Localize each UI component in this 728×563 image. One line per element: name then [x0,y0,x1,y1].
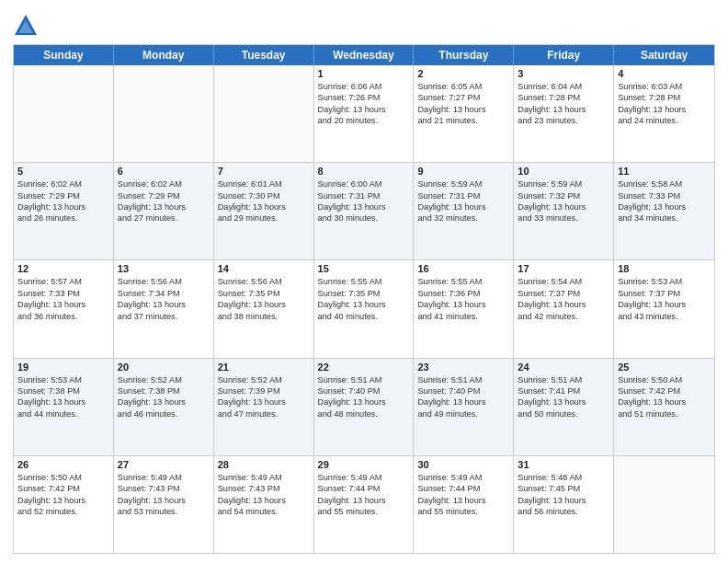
day-number: 23 [417,362,509,373]
cell-line: Sunset: 7:44 PM [318,483,410,494]
cell-line: Sunrise: 6:03 AM [618,81,711,92]
cell-line: Daylight: 13 hours [118,396,210,408]
day-number: 31 [518,459,609,470]
cell-line: Daylight: 13 hours [17,396,109,408]
day-cell-26: 26Sunrise: 5:50 AMSunset: 7:42 PMDayligh… [14,456,114,553]
day-number: 1 [318,68,410,79]
day-number: 13 [118,263,210,274]
cell-line: Sunset: 7:33 PM [17,288,109,299]
cell-line: and 41 minutes. [417,311,509,322]
cell-line: Daylight: 13 hours [618,299,711,310]
cell-line: and 50 minutes. [518,408,609,419]
day-cell-10: 10Sunrise: 5:59 AMSunset: 7:32 PMDayligh… [514,163,614,259]
day-number: 8 [318,166,410,177]
cell-line: Sunset: 7:45 PM [518,483,609,494]
empty-cell-r0c0 [14,65,114,162]
header-cell-thursday: Thursday [414,45,514,65]
cell-line: Daylight: 13 hours [218,495,310,506]
empty-cell-r0c2 [214,65,314,162]
day-number: 18 [618,263,711,274]
cell-line: and 44 minutes. [17,408,109,419]
day-number: 20 [118,362,210,373]
cell-line: and 55 minutes. [417,506,509,517]
calendar-body: 1Sunrise: 6:06 AMSunset: 7:26 PMDaylight… [14,65,714,553]
cell-line: Daylight: 13 hours [518,299,609,310]
cell-line: Sunset: 7:38 PM [17,385,109,396]
day-cell-17: 17Sunrise: 5:54 AMSunset: 7:37 PMDayligh… [514,260,614,357]
cell-line: Daylight: 13 hours [618,396,711,408]
cell-line: Daylight: 13 hours [618,201,711,213]
day-number: 7 [218,166,310,177]
cell-line: Daylight: 13 hours [218,201,310,213]
day-cell-8: 8Sunrise: 6:00 AMSunset: 7:31 PMDaylight… [314,163,415,259]
calendar-header: SundayMondayTuesdayWednesdayThursdayFrid… [14,45,714,65]
cell-line: Sunrise: 6:02 AM [17,178,109,190]
cell-line: Daylight: 13 hours [417,299,509,310]
day-cell-11: 11Sunrise: 5:58 AMSunset: 7:33 PMDayligh… [614,163,714,259]
day-number: 9 [417,166,509,177]
cell-line: Sunrise: 5:53 AM [17,374,109,385]
calendar-row-0: 1Sunrise: 6:06 AMSunset: 7:26 PMDaylight… [14,65,714,163]
cell-line: Sunset: 7:31 PM [417,190,509,201]
day-cell-28: 28Sunrise: 5:49 AMSunset: 7:43 PMDayligh… [214,456,314,553]
logo-icon [13,13,39,39]
cell-line: Sunset: 7:32 PM [518,190,609,201]
day-cell-23: 23Sunrise: 5:51 AMSunset: 7:40 PMDayligh… [414,359,514,455]
cell-line: Sunset: 7:42 PM [17,483,109,494]
day-number: 25 [618,362,711,373]
cell-line: Daylight: 13 hours [118,201,210,213]
day-cell-29: 29Sunrise: 5:49 AMSunset: 7:44 PMDayligh… [314,456,415,553]
cell-line: Sunset: 7:26 PM [318,92,410,103]
cell-line: and 56 minutes. [518,506,609,517]
header-cell-wednesday: Wednesday [314,45,415,65]
day-number: 3 [518,68,609,79]
cell-line: and 36 minutes. [17,311,109,322]
calendar-row-4: 26Sunrise: 5:50 AMSunset: 7:42 PMDayligh… [14,456,714,553]
cell-line: Sunset: 7:39 PM [218,385,310,396]
day-number: 30 [417,459,509,470]
day-number: 28 [218,459,310,470]
cell-line: Daylight: 13 hours [518,104,609,115]
cell-line: and 53 minutes. [118,506,210,517]
day-cell-25: 25Sunrise: 5:50 AMSunset: 7:42 PMDayligh… [614,359,714,455]
cell-line: Sunrise: 5:51 AM [318,374,410,385]
cell-line: Sunset: 7:42 PM [618,385,711,396]
cell-line: and 55 minutes. [318,506,410,517]
cell-line: Daylight: 13 hours [318,396,410,408]
day-number: 5 [17,166,109,177]
cell-line: and 46 minutes. [118,408,210,419]
cell-line: Daylight: 13 hours [218,299,310,310]
cell-line: Sunset: 7:34 PM [118,288,210,299]
cell-line: Sunset: 7:38 PM [118,385,210,396]
day-cell-27: 27Sunrise: 5:49 AMSunset: 7:43 PMDayligh… [114,456,214,553]
cell-line: and 42 minutes. [518,311,609,322]
cell-line: Sunset: 7:35 PM [218,288,310,299]
day-number: 29 [318,459,410,470]
day-cell-5: 5Sunrise: 6:02 AMSunset: 7:29 PMDaylight… [14,163,114,259]
cell-line: Sunset: 7:30 PM [218,190,310,201]
logo [13,13,42,39]
cell-line: Sunrise: 6:04 AM [518,81,609,92]
cell-line: Sunrise: 5:51 AM [417,374,509,385]
cell-line: Sunrise: 5:56 AM [218,276,310,287]
cell-line: and 29 minutes. [218,213,310,224]
calendar-row-1: 5Sunrise: 6:02 AMSunset: 7:29 PMDaylight… [14,163,714,260]
cell-line: Sunrise: 5:52 AM [218,374,310,385]
cell-line: Sunrise: 5:56 AM [118,276,210,287]
cell-line: Daylight: 13 hours [17,201,109,213]
day-cell-3: 3Sunrise: 6:04 AMSunset: 7:28 PMDaylight… [514,65,614,162]
day-number: 4 [618,68,711,79]
cell-line: Daylight: 13 hours [318,104,410,115]
cell-line: Sunrise: 5:50 AM [618,374,711,385]
day-number: 26 [17,459,109,470]
cell-line: and 34 minutes. [618,213,711,224]
cell-line: Sunrise: 5:49 AM [417,472,509,483]
cell-line: and 21 minutes. [417,115,509,126]
header-cell-saturday: Saturday [614,45,714,65]
cell-line: Daylight: 13 hours [417,396,509,408]
day-number: 15 [318,263,410,274]
cell-line: and 54 minutes. [218,506,310,517]
header-cell-monday: Monday [114,45,214,65]
cell-line: Sunrise: 5:52 AM [118,374,210,385]
day-cell-30: 30Sunrise: 5:49 AMSunset: 7:44 PMDayligh… [414,456,514,553]
